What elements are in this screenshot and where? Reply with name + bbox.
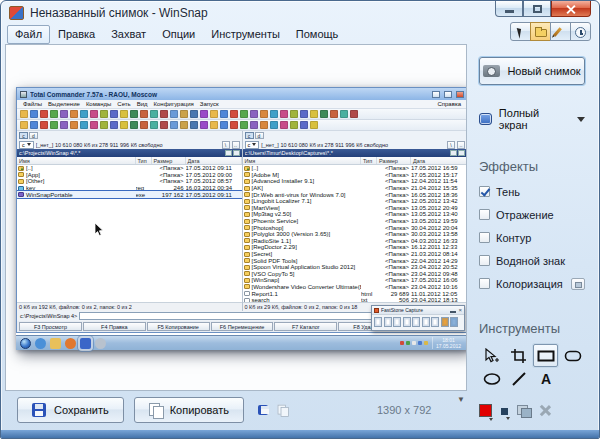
titlebar[interactable]: Неназванный снимок - WinSnap [1,1,599,25]
tc-toolbar-icon[interactable] [140,121,148,129]
tray-icon-3[interactable] [412,341,416,345]
screenshot-preview[interactable]: Total Commander 7.57a - RAOU, Moscow Фай… [16,87,467,350]
tc-toolbar-icon[interactable] [120,110,128,118]
file-row[interactable]: [RegDoctor 2.29]<Папка>16.12.2011 12:33 [243,244,468,251]
close-button[interactable] [551,1,591,17]
effect-checkbox[interactable] [479,232,490,243]
taskbar-faststone-icon[interactable] [95,338,106,349]
tc-toolbar-icon[interactable] [80,110,88,118]
tc-toolbar-icon[interactable] [190,110,198,118]
canvas[interactable]: Total Commander 7.57a - RAOU, Moscow Фай… [5,44,467,391]
tc-toolbar-icon[interactable] [350,110,358,118]
file-row[interactable]: Report1.1html29 68911.01.2012 12:05 [243,290,468,297]
tc-toolbar-icon[interactable] [220,110,228,118]
tc-toolbar-icon[interactable] [260,110,268,118]
tc-toolbar-icon[interactable] [230,121,238,129]
parent-dir-button[interactable]: .. [232,141,240,149]
tc-toolbar-icon[interactable] [160,121,168,129]
effect-checkbox[interactable] [479,255,490,266]
column-header-дата[interactable]: Дата [411,157,467,164]
tc-toolbar-icon[interactable] [310,121,318,129]
column-header-имя[interactable]: Имя [243,157,362,164]
file-row[interactable]: [Other]<Папка>17.05.2012 08:57 [17,178,242,185]
tc-toolbar-icon[interactable] [70,110,78,118]
capture-fullscreen-icon[interactable] [403,317,411,327]
tray-icon-2[interactable] [406,341,410,345]
tc-toolbar-icon[interactable] [60,110,68,118]
tc-toolbar-icon[interactable] [90,110,98,118]
effect-row[interactable]: Контур [479,226,585,249]
column-header-дата[interactable]: Дата [186,157,242,164]
tc-toolbar-icon[interactable] [60,121,68,129]
capture-scrolling-icon[interactable] [412,317,420,327]
file-row[interactable]: [Advanced Installer 9.1]<Папка>12.04.201… [243,178,468,185]
tc-toolbar-icon[interactable] [40,121,48,129]
file-row[interactable]: [VSO CopyTo 5]<Папка>23.04.2012 09:48 [243,271,468,278]
tc-toolbar-icon[interactable] [70,121,78,129]
tc-toolbar-icon[interactable] [250,110,258,118]
menu-1[interactable]: Файл [7,25,50,44]
effect-row[interactable]: Колоризация [479,272,585,295]
column-header-имя[interactable]: Имя [17,157,136,164]
delete-annotation-button[interactable] [539,404,551,416]
select-tool-button[interactable] [479,344,504,367]
effect-checkbox[interactable] [479,186,490,197]
tc-toolbar-icon[interactable] [20,110,28,118]
file-row[interactable]: [Secret]<Папка>21.03.2012 08:14 [243,251,468,258]
tc-toolbar-icon[interactable] [230,110,238,118]
menu-5[interactable]: Инструменты [203,25,288,44]
text-tool-button[interactable]: A [533,367,558,390]
menu-3[interactable]: Захват [103,25,154,44]
drive-button-c[interactable]: c [245,132,254,139]
file-row[interactable]: [Phoenix Service]<Папка>13.05.2012 19:59 [243,218,468,225]
tc-toolbar-icon[interactable] [180,110,188,118]
column-header-размер[interactable]: Размер [377,157,411,164]
tc-toolbar-icon[interactable] [330,110,338,118]
tc-toolbar-icon[interactable] [260,121,268,129]
tc-toolbar-icon[interactable] [100,110,108,118]
tc-left-drive-combo[interactable]: c [19,141,34,149]
file-row[interactable]: [Spoon Virtual Application Studio 2012]<… [243,264,468,271]
tc-toolbar-icon[interactable] [130,110,138,118]
capture-cursor-button[interactable] [510,22,531,41]
new-snapshot-button[interactable]: Новый снимок [479,57,585,85]
file-row[interactable]: [Dr.Web anti-virus for Windows 7.0]<Папк… [243,191,468,198]
drive-button-d[interactable]: d [29,132,38,139]
fkey-button-1[interactable]: F3 Просмотр [19,322,82,331]
tc-toolbar-icon[interactable] [180,121,188,129]
column-header-тип[interactable]: Тип [136,157,152,164]
line-tool-button[interactable] [506,367,531,390]
drive-button-c[interactable]: c [19,132,28,139]
edit-button[interactable] [550,22,571,41]
menu-6[interactable]: Помощь [288,25,347,44]
rounded-rectangle-tool-button[interactable] [560,344,585,367]
timer-button[interactable] [570,22,591,41]
tc-toolbar-icon[interactable] [140,110,148,118]
tc-right-path-bar[interactable]: c:\Users\Timur\Desktop\Captures\*.* [243,149,468,157]
tc-toolbar-icon[interactable] [50,121,58,129]
tc-toolbar-icon[interactable] [220,121,228,129]
help-icon[interactable] [450,317,458,327]
tc-toolbar-icon[interactable] [110,121,118,129]
effect-checkbox[interactable] [479,278,490,289]
tc-toolbar-icon[interactable] [210,110,218,118]
effect-row[interactable]: Тень [479,180,585,203]
file-row[interactable]: [Polyglot 3000 (Version 3.65)]<Папка>30.… [243,231,468,238]
menu-2[interactable]: Правка [50,25,103,44]
tc-toolbar-icon[interactable] [340,110,348,118]
tc-toolbar-icon[interactable] [20,121,28,129]
tray-icon-4[interactable] [418,341,422,345]
tc-toolbar-icon[interactable] [290,121,298,129]
tc-toolbar-icon[interactable] [300,121,308,129]
tc-menu-5[interactable]: Вид [134,101,151,107]
tc-toolbar-icon[interactable] [290,110,298,118]
tc-toolbar-icon[interactable] [300,110,308,118]
quick-copy-icon[interactable] [278,405,288,416]
file-row[interactable]: [Photoshop]<Папка>30.04.2012 20:04 [243,224,468,231]
fkey-button-2[interactable]: F4 Правка [83,322,146,331]
file-row[interactable]: [Adobe M]<Папка>17.05.2012 15:17 [243,172,468,179]
tray-icon-1[interactable] [400,341,404,345]
tc-menu-4[interactable]: Сеть [114,101,133,107]
tc-menu-help[interactable]: Справка [434,101,464,107]
root-dir-button[interactable]: \ [447,141,455,149]
